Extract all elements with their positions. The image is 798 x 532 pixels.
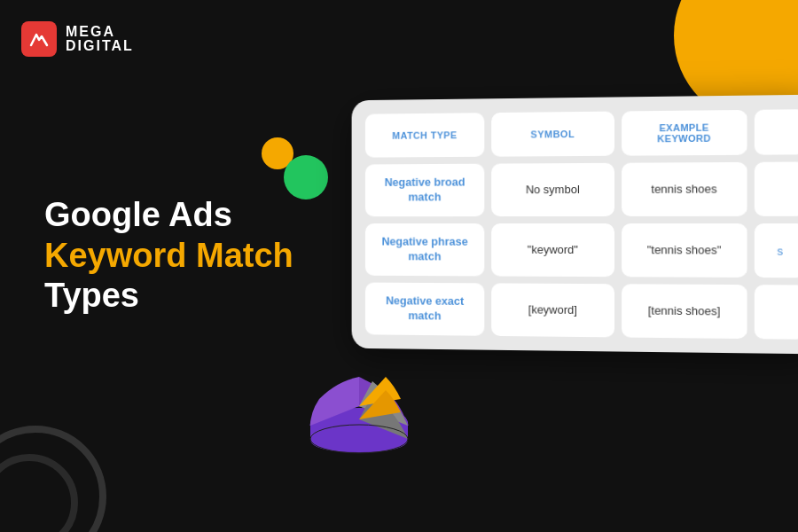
green-circle-decoration [284,155,328,200]
logo: MEGA DIGITAL [21,21,134,57]
row3-example: [tennis shoes] [622,284,747,339]
brand-name-mega: MEGA [66,25,134,39]
row3-extra [755,285,798,340]
pie-chart-decoration [301,364,417,470]
row2-extra: s [755,223,798,278]
title-line1: Google Ads [44,195,293,236]
header-match-type: MATCH TYPE [365,113,485,157]
logo-text: MEGA DIGITAL [66,25,134,53]
row1-match-type: Negative broad match [365,164,485,217]
row3-symbol: [keyword] [492,283,614,337]
bottom-left-arc-outer [0,426,106,532]
row1-example: tennis shoes [622,162,747,216]
row3-match-type: Negative exact match [365,283,485,336]
title-line2: Keyword Match [44,236,293,277]
row1-symbol: No symbol [492,163,614,216]
hero-text: Google Ads Keyword Match Types [44,195,293,317]
table-grid: MATCH TYPE SYMBOL EXAMPLEKEYWORD Negativ… [365,109,798,340]
row2-example: "tennis shoes" [622,223,747,278]
keyword-match-table: MATCH TYPE SYMBOL EXAMPLEKEYWORD Negativ… [352,95,798,355]
header-symbol: SYMBOL [492,112,614,157]
row2-match-type: Negative phrase match [365,223,485,276]
bottom-left-arc-inner [0,454,78,532]
logo-icon [21,21,57,57]
row1-extra [755,161,798,215]
header-extra [755,109,798,154]
brand-name-digital: DIGITAL [66,39,134,53]
row2-symbol: "keyword" [492,223,614,277]
header-example: EXAMPLEKEYWORD [622,110,747,156]
title-line3: Types [44,276,293,317]
